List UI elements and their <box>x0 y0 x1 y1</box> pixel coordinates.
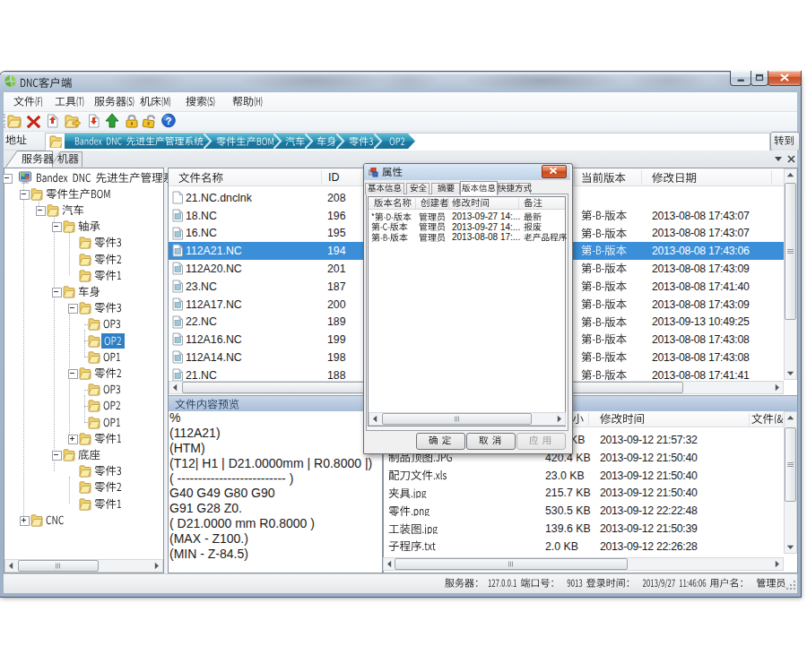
svg-text:?: ? <box>165 116 171 126</box>
